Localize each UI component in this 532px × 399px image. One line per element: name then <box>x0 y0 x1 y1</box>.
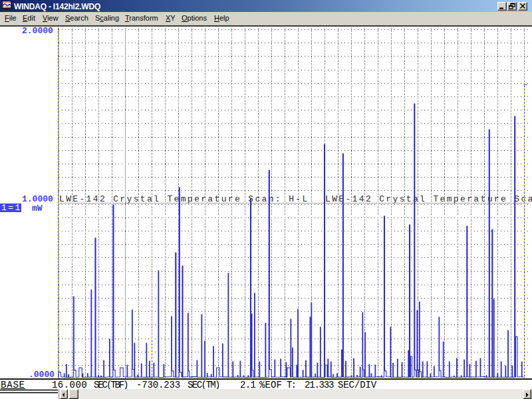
svg-text:LWE-142 Crystal Temperature Sc: LWE-142 Crystal Temperature Sca <box>325 194 532 204</box>
svg-text:LWE-142 Crystal Temperature Sc: LWE-142 Crystal Temperature Scan: H-L <box>59 194 309 204</box>
